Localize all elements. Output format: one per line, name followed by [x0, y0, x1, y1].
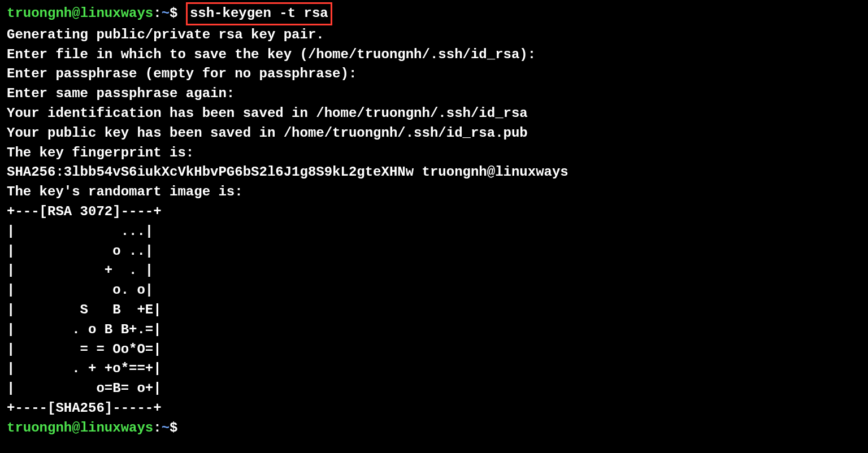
output-line: Enter file in which to save the key (/ho… [7, 45, 861, 65]
prompt-line-2[interactable]: truongnh@linuxways:~$ [7, 419, 861, 438]
randomart-line: | = = Oo*O=| [7, 340, 861, 360]
randomart-line: | S B +E| [7, 300, 861, 320]
output-line: Enter same passphrase again: [7, 84, 861, 104]
prompt-path: ~ [162, 6, 170, 21]
prompt-at: @ [72, 6, 80, 21]
output-line: Your public key has been saved in /home/… [7, 124, 861, 143]
output-line: The key's randomart image is: [7, 182, 861, 202]
prompt-user: truongnh [7, 420, 72, 435]
output-line: Generating public/private rsa key pair. [7, 25, 861, 45]
randomart-line: | o. o| [7, 281, 861, 300]
output-line: Enter passphrase (empty for no passphras… [7, 64, 861, 84]
prompt-host: linuxways [80, 6, 154, 21]
randomart-line: | ...| [7, 222, 861, 242]
prompt-colon: : [153, 6, 161, 21]
output-line: The key fingerprint is: [7, 143, 861, 163]
output-line: Your identification has been saved in /h… [7, 104, 861, 124]
highlighted-command: ssh-keygen -t rsa [186, 2, 332, 25]
randomart-line: | o=B= o+| [7, 379, 861, 399]
prompt-path: ~ [162, 420, 170, 435]
prompt-line-1[interactable]: truongnh@linuxways:~$ ssh-keygen -t rsa [7, 2, 861, 25]
prompt-colon: : [153, 420, 161, 435]
output-line: SHA256:3lbb54vS6iukXcVkHbvPG6bS2l6J1g8S9… [7, 163, 861, 182]
prompt-user: truongnh [7, 6, 72, 21]
randomart-line: | . o B B+.=| [7, 320, 861, 340]
randomart-line: | o ..| [7, 242, 861, 262]
randomart-line: +----[SHA256]-----+ [7, 399, 861, 419]
randomart-line: | + . | [7, 261, 861, 281]
randomart-line: | . + +o*==+| [7, 359, 861, 379]
prompt-dollar: $ [170, 6, 177, 21]
prompt-at: @ [72, 420, 80, 435]
prompt-dollar: $ [170, 420, 177, 435]
randomart-line: +---[RSA 3072]----+ [7, 202, 861, 222]
prompt-host: linuxways [80, 420, 154, 435]
